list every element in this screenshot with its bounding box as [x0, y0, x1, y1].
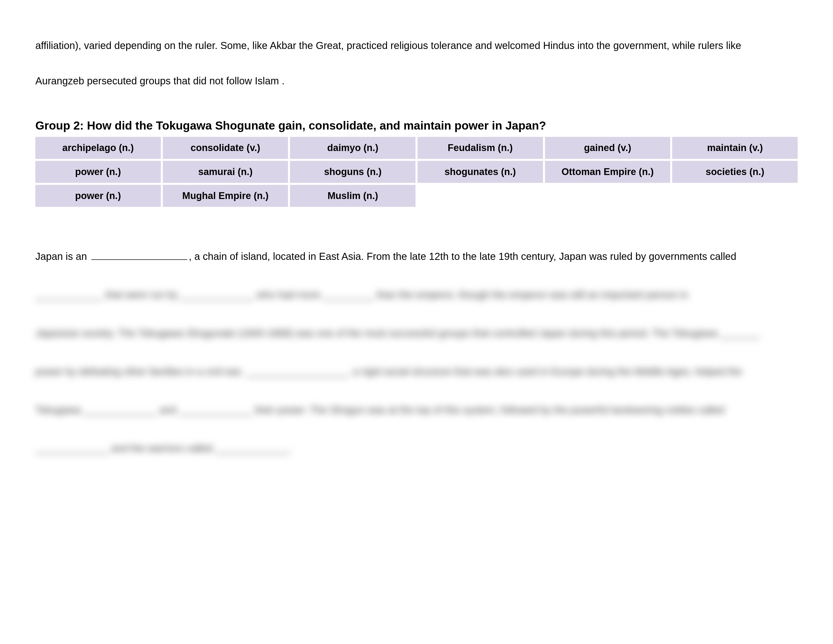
vocab-cell: shoguns (n.) [290, 161, 415, 183]
vocab-cell: Feudalism (n.) [418, 137, 543, 159]
intro-line-2: Aurangzeb persecuted groups that did not… [35, 71, 798, 91]
vocab-cell-empty [672, 185, 798, 207]
fill-part-2: , a chain of island, located in East Asi… [189, 251, 737, 262]
fill-blank[interactable] [92, 250, 187, 260]
vocab-cell: shogunates (n.) [418, 161, 543, 183]
vocab-cell: Muslim (n.) [290, 185, 415, 207]
vocab-grid: archipelago (n.) consolidate (v.) daimyo… [35, 137, 798, 207]
vocab-cell: power (n.) [35, 161, 161, 183]
blurred-line: _____________ and the warriors called __… [35, 429, 798, 467]
vocab-cell: daimyo (n.) [290, 137, 415, 159]
fill-part-1: Japan is an [35, 251, 90, 262]
vocab-cell: power (n.) [35, 185, 161, 207]
vocab-cell: archipelago (n.) [35, 137, 161, 159]
blurred-line: ____________ that were run by __________… [35, 275, 798, 314]
blurred-line: Tokugawa _____________ and _____________… [35, 391, 798, 429]
vocab-cell: Mughal Empire (n.) [163, 185, 288, 207]
vocab-cell: samurai (n.) [163, 161, 288, 183]
vocab-cell: Ottoman Empire (n.) [545, 161, 671, 183]
vocab-cell: maintain (v.) [672, 137, 798, 159]
vocab-cell-empty [545, 185, 671, 207]
group-heading: Group 2: How did the Tokugawa Shogunate … [35, 119, 798, 132]
intro-paragraph: affiliation), varied depending on the ru… [35, 35, 798, 91]
intro-line-1: affiliation), varied depending on the ru… [35, 35, 798, 56]
vocab-cell: gained (v.) [545, 137, 671, 159]
vocab-cell: consolidate (v.) [163, 137, 288, 159]
vocab-cell: societies (n.) [672, 161, 798, 183]
fill-in-text: Japan is an , a chain of island, located… [35, 237, 798, 467]
vocab-cell-empty [418, 185, 543, 207]
blurred-line: Japanese society. The Tokugawa Shogunate… [35, 314, 798, 352]
blurred-line: power by defeating other families in a c… [35, 352, 798, 391]
